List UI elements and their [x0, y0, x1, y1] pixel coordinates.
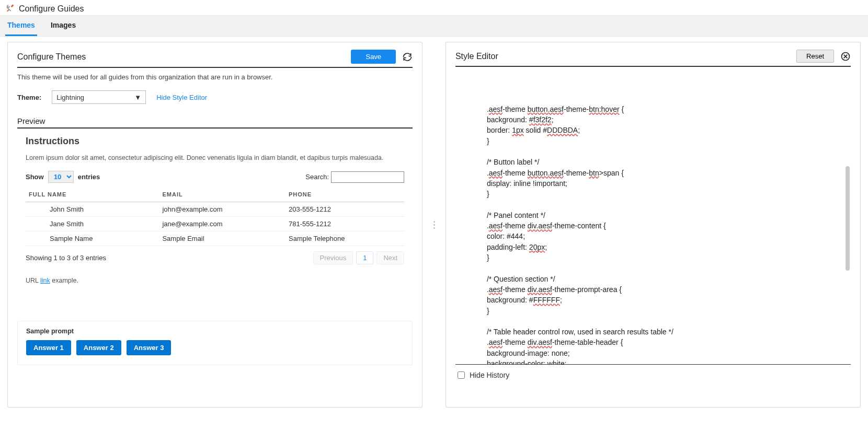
pager-next[interactable]: Next [376, 251, 404, 264]
tools-icon [5, 3, 15, 14]
datatable-length: Show 10 entries [26, 171, 100, 183]
save-button[interactable]: Save [351, 50, 396, 64]
configure-themes-panel: Configure Themes Save This theme will be… [7, 42, 422, 408]
col-phone[interactable]: PHONE [285, 187, 404, 202]
page-title: Configure Guides [19, 4, 84, 14]
answer-2-button[interactable]: Answer 2 [76, 340, 121, 355]
theme-select-value: Lightning [56, 94, 84, 101]
instructions-text: Lorem ipsum dolor sit amet, consectetur … [26, 154, 413, 161]
cell-name: John Smith [26, 202, 159, 217]
cell-phone: 203-555-1212 [285, 202, 404, 217]
hide-history-row[interactable]: Hide History [455, 370, 851, 380]
panel-splitter[interactable] [432, 42, 436, 408]
css-editor[interactable]: .aesf-theme button.aesf-theme-btn:hover … [455, 72, 851, 365]
preview-table: FULL NAME EMAIL PHONE John Smith john@ex… [26, 187, 404, 246]
table-row: Sample Name Sample Email Sample Telephon… [26, 231, 404, 246]
cell-email: jane@example.com [159, 217, 285, 231]
preview-heading: Preview [17, 117, 413, 129]
datatable-search: Search: [305, 171, 404, 183]
close-icon[interactable] [840, 51, 851, 62]
table-header-row: FULL NAME EMAIL PHONE [26, 187, 404, 202]
scrollbar-thumb[interactable] [846, 166, 850, 271]
cell-name: Jane Smith [26, 217, 159, 231]
example-link[interactable]: link [40, 277, 50, 284]
style-editor-title: Style Editor [455, 52, 498, 61]
tabstrip: Themes Images [0, 15, 868, 37]
pager-page-1[interactable]: 1 [356, 251, 373, 264]
cell-email: john@example.com [159, 202, 285, 217]
refresh-icon[interactable] [402, 52, 413, 62]
pager-prev[interactable]: Previous [313, 251, 353, 264]
tab-themes[interactable]: Themes [5, 16, 37, 36]
reset-button[interactable]: Reset [796, 50, 834, 63]
page-size-select[interactable]: 10 [48, 171, 74, 183]
entries-word: entries [78, 173, 100, 181]
tab-images[interactable]: Images [49, 16, 78, 36]
configure-themes-title: Configure Themes [17, 52, 86, 62]
col-email[interactable]: EMAIL [159, 187, 285, 202]
show-word: Show [26, 173, 44, 181]
instructions-heading: Instructions [26, 136, 413, 147]
answer-3-button[interactable]: Answer 3 [127, 340, 172, 355]
datatable-pager: Previous 1 Next [313, 251, 405, 264]
sample-prompt-box: Sample prompt Answer 1 Answer 2 Answer 3 [17, 321, 413, 365]
col-fullname[interactable]: FULL NAME [26, 187, 159, 202]
datatable-info: Showing 1 to 3 of 3 entries [26, 254, 106, 262]
hide-style-editor-link[interactable]: Hide Style Editor [156, 94, 207, 101]
theme-label: Theme: [17, 94, 41, 101]
theme-select[interactable]: Lightning ▼ [52, 90, 146, 104]
table-row: Jane Smith jane@example.com 781-555-1212 [26, 217, 404, 231]
answer-1-button[interactable]: Answer 1 [26, 340, 71, 355]
chevron-down-icon: ▼ [134, 94, 141, 101]
search-label: Search: [305, 173, 329, 181]
hide-history-checkbox[interactable] [458, 371, 465, 379]
cell-phone: Sample Telephone [285, 231, 404, 246]
style-editor-panel: Style Editor Reset .aesf-theme button.ae… [446, 42, 861, 408]
cell-phone: 781-555-1212 [285, 217, 404, 231]
sample-prompt-title: Sample prompt [26, 328, 404, 335]
table-row: John Smith john@example.com 203-555-1212 [26, 202, 404, 217]
cell-email: Sample Email [159, 231, 285, 246]
url-example: URL link example. [26, 277, 413, 284]
hide-history-label: Hide History [470, 371, 509, 379]
search-input[interactable] [331, 171, 404, 183]
app-header: Configure Guides [0, 0, 868, 15]
theme-description: This theme will be used for all guides f… [17, 73, 413, 81]
cell-name: Sample Name [26, 231, 159, 246]
